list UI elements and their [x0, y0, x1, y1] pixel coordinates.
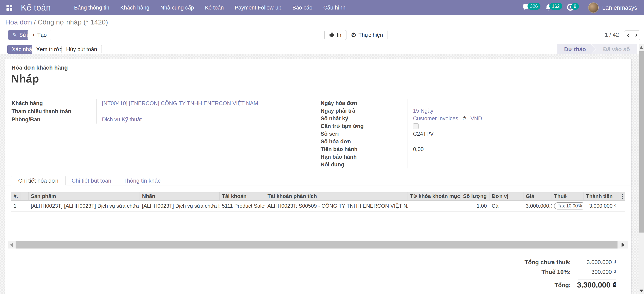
document-type-label: Hóa đơn khách hàng [12, 64, 68, 71]
cell-subtotal: 3.000.000 ₫ [584, 200, 619, 211]
cell-options [619, 200, 625, 211]
create-button[interactable]: + Tạo [28, 30, 51, 40]
scroll-up-arrow-icon[interactable] [640, 46, 643, 49]
invoice-number-label: Số hóa đơn [320, 138, 408, 146]
horizontal-scrollbar-thumb[interactable] [16, 241, 618, 248]
invoice-line-row[interactable]: 1 [ALHH0023T] [ALHH0023T] Dịch vụ sửa ch… [11, 200, 625, 211]
empty-line-row[interactable] [11, 211, 625, 219]
tab-journal-items[interactable]: Chi tiết bút toán [66, 176, 117, 186]
apps-menu-icon[interactable] [6, 5, 12, 11]
messages-icon[interactable]: 326 [523, 3, 532, 12]
col-quantity: Số lượng [460, 192, 489, 200]
warranty-due-label: Hạn bảo hành [320, 153, 408, 161]
tab-other-info[interactable]: Thông tin khác [117, 176, 167, 186]
vertical-scrollbar[interactable] [639, 44, 644, 294]
breadcrumb-parent[interactable]: Hóa đơn [5, 18, 32, 26]
top-navbar: Kế toán Bảng thông tin Khách hàng Nhà cu… [0, 0, 644, 15]
app-name[interactable]: Kế toán [21, 3, 51, 12]
cancel-entry-button[interactable]: Hủy bút toán [62, 45, 102, 54]
state-draft[interactable]: Dự thảo [557, 44, 596, 54]
status-toolbar: Xác nhận Xem trước Hủy bút toán Dự thảo … [0, 44, 639, 54]
col-account: Tài khoản [220, 192, 265, 200]
user-menu[interactable]: Lan enmasys [588, 2, 637, 13]
column-options-icon[interactable]: ⋮ [619, 193, 626, 200]
due-date-label: Ngày phải trả [320, 107, 408, 115]
tax-badge: Tax 10.00% [554, 202, 584, 210]
grand-total-label: Tổng: [554, 282, 571, 288]
serial-value: C24TPV [408, 131, 434, 137]
field-group-left: Khách hàng [NT00410] [ENERCON] CÔNG TY T… [12, 99, 307, 124]
cell-label: [ALHH0023T] Dịch vụ sửa chữa bè [140, 200, 220, 211]
cell-quantity: 1,00 [460, 200, 489, 211]
cell-item-keyword [408, 200, 460, 211]
pager-previous-button[interactable] [624, 30, 632, 40]
scroll-down-arrow-icon[interactable] [640, 290, 643, 292]
avatar [588, 2, 599, 13]
gear-icon: ⚙ [351, 32, 356, 38]
journal-currency[interactable]: VND [470, 116, 482, 122]
cell-handle [20, 200, 28, 211]
state-posted[interactable]: Đã vào sổ [592, 44, 637, 54]
invoice-date-label: Ngày hóa đơn [320, 99, 408, 107]
untaxed-total-value: 3.000.000 ₫ [571, 259, 616, 266]
warranty-amount-label: Tiền bảo hành [320, 146, 408, 153]
breadcrumb-separator: / [34, 18, 36, 26]
notifications-icon[interactable]: 162 [544, 3, 554, 12]
payment-ref-label: Tham chiếu thanh toán [12, 107, 97, 116]
invoice-state-title: Nháp [11, 72, 39, 85]
cell-price: 3.000.000,00 [523, 200, 552, 211]
journal-label: Sổ nhật ký [320, 115, 408, 122]
breadcrumb: Hóa đơn / Công nợ nháp (* 1420) [5, 18, 108, 26]
empty-line-row[interactable] [11, 219, 625, 227]
customer-label: Khách hàng [12, 99, 97, 107]
messages-badge: 326 [528, 3, 540, 10]
activities-badge: 8 [571, 3, 579, 10]
menu-accounting[interactable]: Kế toán [200, 5, 229, 11]
activities-icon[interactable]: 8 [566, 3, 575, 12]
pencil-icon: ✎ [13, 32, 17, 38]
cell-product: [ALHH0023T] [ALHH0023T] Dịch vụ sửa chữa… [28, 200, 140, 211]
grand-total-value: 3.300.000 ₫ [571, 281, 616, 289]
user-name: Lan enmasys [602, 4, 637, 11]
field-group-right: Ngày hóa đơn Ngày phải trả 15 Ngày Sổ nh… [320, 99, 624, 168]
invoice-lines-table: #. Sản phẩm Nhãn Tài khoản Tài khoản phâ… [11, 192, 625, 227]
due-date-value[interactable]: 15 Ngày [408, 108, 434, 114]
tax-total-value: 300.000 ₫ [571, 269, 616, 275]
menu-customers[interactable]: Khách hàng [115, 5, 155, 11]
cell-analytic-account: ALHH0023T: S00509 - CÔNG TY TNHH ENERCON… [265, 200, 408, 211]
col-price: Giá [523, 192, 552, 200]
menu-payment-followup[interactable]: Payment Follow-up [229, 5, 287, 11]
chevron-left-icon [626, 32, 630, 38]
print-button[interactable]: In [324, 30, 346, 40]
department-value[interactable]: Dịch vụ Kỹ thuật [97, 116, 142, 123]
warranty-amount-value: 0,00 [408, 146, 424, 152]
advance-offset-checkbox[interactable] [413, 123, 419, 129]
pager [624, 30, 640, 40]
menu-configuration[interactable]: Cấu hình [318, 5, 351, 11]
menu-dashboard[interactable]: Bảng thông tin [68, 5, 115, 11]
col-analytic-account: Tài khoản phân tích [265, 192, 408, 200]
col-label: Nhãn [140, 192, 220, 200]
tab-invoice-lines[interactable]: Chi tiết hóa đơn [11, 176, 66, 186]
cell-index: 1 [11, 200, 20, 211]
col-uom: Đơn vị [489, 192, 523, 200]
action-button[interactable]: ⚙ Thực hiện [346, 30, 388, 40]
notebook-tabs: Chi tiết hóa đơn Chi tiết bút toán Thông… [11, 176, 167, 186]
horizontal-scrollbar[interactable] [8, 241, 628, 248]
scroll-right-arrow-icon[interactable] [622, 243, 625, 247]
vertical-scrollbar-thumb[interactable] [639, 51, 644, 232]
pager-next-button[interactable] [632, 30, 640, 40]
menu-reports[interactable]: Báo cáo [287, 5, 318, 11]
menu-vendors[interactable]: Nhà cung cấp [155, 5, 200, 11]
col-tax: Thuế [552, 192, 584, 200]
serial-label: Số seri [320, 130, 408, 138]
col-subtotal: Thành tiền [584, 192, 619, 200]
scroll-left-arrow-icon[interactable] [10, 243, 13, 247]
printer-icon [329, 32, 335, 38]
customer-value[interactable]: [NT00410] [ENERCON] CÔNG TY TNHH ENERCON… [97, 100, 258, 106]
journal-value[interactable]: Customer Invoices [413, 116, 458, 122]
col-product: Sản phẩm [28, 192, 140, 200]
main-menu: Bảng thông tin Khách hàng Nhà cung cấp K… [68, 0, 351, 15]
journal-in-word: ở [460, 116, 469, 122]
department-label: Phòng/Ban [12, 116, 97, 124]
